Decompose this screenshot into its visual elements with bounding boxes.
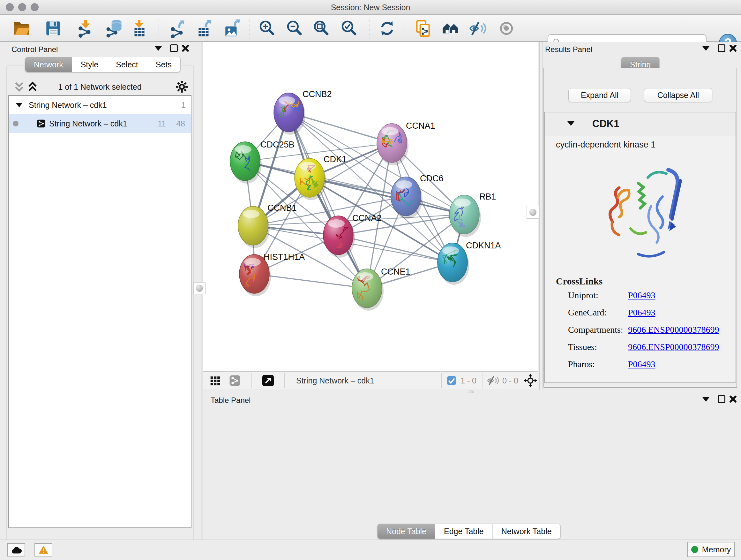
- tab-network[interactable]: Network: [25, 57, 72, 72]
- cloud-icon: [10, 545, 22, 555]
- results-panel-menu-icon[interactable]: [702, 46, 710, 51]
- birds-eye-view-icon[interactable]: [261, 374, 275, 388]
- show-hidden-button[interactable]: [496, 18, 516, 38]
- crosslinks-title: CrossLinks: [556, 276, 728, 287]
- tab-style[interactable]: Style: [72, 57, 107, 72]
- right-splitter[interactable]: [539, 42, 542, 390]
- crosslinks-section: CrossLinks Uniprot:P06493GeneCard:P06493…: [556, 276, 728, 373]
- node-label-CCNE1: CCNE1: [381, 267, 410, 276]
- expand-all-button[interactable]: Expand All: [568, 88, 631, 102]
- node-label-RB1: RB1: [479, 192, 496, 201]
- string-network-icon: [37, 119, 46, 128]
- export-network-button[interactable]: [168, 18, 188, 38]
- network-node-CDK1[interactable]: CDK1: [294, 154, 347, 200]
- network-node-CDC25B[interactable]: CDC25B: [230, 140, 294, 184]
- apply-layout-button[interactable]: [377, 18, 397, 38]
- control-panel-tabs: NetworkStyleSelectSets: [25, 57, 181, 72]
- tab-select[interactable]: Select: [107, 57, 146, 72]
- cloud-status-button[interactable]: [7, 543, 25, 557]
- results-panel-close-button[interactable]: [729, 44, 737, 52]
- network-options-gear-icon[interactable]: [175, 80, 189, 94]
- import-table-button[interactable]: [129, 18, 149, 38]
- network-node-CCNB1[interactable]: CCNB1: [238, 203, 297, 248]
- hide-selected-button[interactable]: [468, 18, 488, 38]
- network-collection-row[interactable]: String Network – cdk1 1: [9, 96, 191, 114]
- table-panel-menu-icon[interactable]: [702, 397, 710, 401]
- crosslink-link[interactable]: 9606.ENSP00000378699: [628, 342, 719, 352]
- crosslink-row: GeneCard:P06493: [556, 304, 728, 321]
- memory-button[interactable]: Memory: [687, 542, 735, 557]
- zoom-in-button[interactable]: [257, 18, 277, 38]
- network-node-RB1[interactable]: RB1: [449, 192, 496, 237]
- toolbar-separator: [68, 17, 68, 39]
- tab-network-table[interactable]: Network Table: [492, 524, 560, 539]
- selected-checkbox-icon[interactable]: [446, 375, 457, 386]
- minimize-window-button[interactable]: [18, 3, 26, 11]
- crosslink-link[interactable]: P06493: [628, 307, 656, 318]
- fit-content-crosshair-icon[interactable]: [523, 374, 537, 388]
- export-table-button[interactable]: [195, 18, 214, 38]
- selected-counts: 1 - 0: [461, 372, 476, 389]
- export-image-button[interactable]: [222, 18, 242, 38]
- protein-section-header[interactable]: CDK1: [545, 112, 736, 135]
- network-node-CCNA1[interactable]: CCNA1: [377, 121, 435, 165]
- network-edge: [338, 235, 453, 262]
- left-splitter-handle[interactable]: [193, 282, 205, 294]
- zoom-window-button[interactable]: [30, 3, 39, 11]
- network-label: String Network – cdk1: [49, 119, 127, 128]
- table-panel-title: Table Panel: [211, 396, 251, 405]
- protein-expand-icon[interactable]: [567, 121, 575, 126]
- network-node-CDKN1A[interactable]: CDKN1A: [437, 241, 501, 285]
- warnings-button[interactable]: [35, 543, 52, 557]
- zoom-selected-button[interactable]: [339, 18, 359, 38]
- collapse-all-button[interactable]: Collapse All: [644, 88, 712, 102]
- close-window-button[interactable]: [6, 3, 14, 11]
- control-panel-menu-icon[interactable]: [155, 46, 162, 51]
- table-panel-close-button[interactable]: [729, 395, 737, 403]
- zoom-fit-button[interactable]: [311, 18, 331, 38]
- control-panel-float-button[interactable]: [170, 44, 178, 52]
- network-edge-count: 48: [176, 119, 185, 128]
- save-session-button[interactable]: [44, 18, 63, 38]
- crosslink-link[interactable]: P06493: [628, 359, 656, 369]
- import-network-button[interactable]: [76, 18, 95, 38]
- right-splitter-handle[interactable]: [527, 206, 539, 219]
- collection-expand-icon[interactable]: [16, 103, 22, 107]
- warning-icon: [38, 545, 49, 555]
- results-panel-float-button[interactable]: [718, 44, 725, 52]
- show-all-networks-button[interactable]: [441, 18, 461, 38]
- tab-node-table[interactable]: Node Table: [378, 524, 435, 539]
- network-row[interactable]: String Network – cdk1 11 48: [9, 114, 191, 133]
- crosslink-label: Pharos:: [568, 359, 628, 369]
- table-panel-float-button[interactable]: [718, 395, 725, 403]
- table-panel: Table Panel f(x) shared namenamecanonica…: [203, 393, 741, 540]
- tab-edge-table[interactable]: Edge Table: [435, 524, 492, 539]
- hidden-eye-icon[interactable]: [487, 374, 499, 387]
- node-label-CCNA1: CCNA1: [406, 121, 435, 131]
- window-title: Session: New Session: [0, 0, 741, 15]
- grid-view-icon[interactable]: [209, 374, 221, 387]
- node-label-CDC6: CDC6: [420, 174, 444, 183]
- import-network-from-database-button[interactable]: [105, 18, 125, 38]
- toolbar-separator: [482, 373, 483, 388]
- crosslink-link[interactable]: 9606.ENSP00000378699: [628, 325, 719, 335]
- network-node-CCNE1[interactable]: CCNE1: [352, 267, 410, 311]
- crosslink-link[interactable]: P06493: [628, 290, 656, 300]
- annotation-button[interactable]: [413, 18, 433, 38]
- crosslinks-list: Uniprot:P06493GeneCard:P06493Compartment…: [556, 287, 728, 373]
- network-node-HIST1H1A[interactable]: HIST1H1A: [239, 252, 305, 296]
- network-node-CCNA2[interactable]: CCNA2: [323, 213, 382, 258]
- toolbar-separator: [252, 373, 252, 388]
- network-node-CDC6[interactable]: CDC6: [391, 174, 444, 219]
- zoom-out-button[interactable]: [284, 18, 304, 38]
- network-canvas[interactable]: CCNB2CCNA1CDC25BCDK1CDC6RB1CCNB1CCNA2CDK…: [203, 42, 538, 371]
- crosslink-row: Compartments:9606.ENSP00000378699: [556, 321, 728, 338]
- control-panel-close-button[interactable]: [182, 44, 189, 52]
- tab-sets[interactable]: Sets: [147, 57, 180, 72]
- protein-structure-image: [600, 159, 689, 270]
- network-node-CCNB2[interactable]: CCNB2: [274, 89, 332, 135]
- string-view-icon[interactable]: [228, 374, 241, 387]
- open-session-button[interactable]: [11, 18, 31, 38]
- crosslink-label: Uniprot:: [568, 290, 628, 300]
- node-label-CDKN1A: CDKN1A: [466, 241, 501, 250]
